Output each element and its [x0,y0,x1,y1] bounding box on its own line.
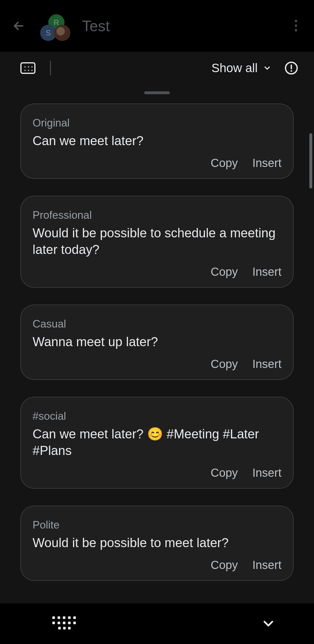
insert-button[interactable]: Insert [252,156,281,170]
panel-header: Show all [0,52,314,84]
divider [50,61,51,75]
collapse-keyboard-icon[interactable] [261,616,276,631]
svg-point-2 [290,70,292,72]
suggestions-list: Original Can we meet later? Copy Insert … [0,104,314,581]
scrollbar[interactable] [309,133,312,188]
suggestion-text: Can we meet later? 😊 #Meeting #Later #Pl… [33,426,281,459]
insert-button[interactable]: Insert [252,357,281,371]
dim-overlay [0,0,314,52]
chevron-down-icon [263,64,272,72]
suggestion-label: Professional [33,209,281,221]
suggestion-text: Would it be possible to meet later? [33,535,281,551]
copy-button[interactable]: Copy [211,558,238,572]
keyboard-bar [0,603,314,644]
copy-button[interactable]: Copy [211,265,238,278]
filter-label: Show all [211,61,258,75]
copy-button[interactable]: Copy [211,466,238,479]
alert-icon[interactable] [272,61,298,75]
copy-button[interactable]: Copy [211,156,238,170]
suggestion-card: Professional Would it be possible to sch… [20,196,294,288]
suggestion-label: Polite [33,519,281,531]
suggestion-card: Polite Would it be possible to meet late… [20,506,294,581]
insert-button[interactable]: Insert [252,466,281,479]
suggestion-label: Original [33,117,281,129]
filter-dropdown[interactable]: Show all [211,61,272,75]
insert-button[interactable]: Insert [252,558,281,572]
suggestion-text: Wanna meet up later? [33,334,281,350]
suggestion-card: #social Can we meet later? 😊 #Meeting #L… [20,397,294,489]
suggestion-text: Would it be possible to schedule a meeti… [33,225,281,258]
suggestion-label: #social [33,410,281,422]
suggestion-text: Can we meet later? [33,133,281,149]
suggestions-panel: Show all Original Can we meet later? Cop… [0,52,314,644]
copy-button[interactable]: Copy [211,357,238,371]
suggestion-card: Casual Wanna meet up later? Copy Insert [20,305,294,380]
keyboard-grid-icon[interactable] [52,616,76,631]
keyboard-icon[interactable] [20,62,35,74]
drag-handle[interactable] [144,91,170,94]
suggestion-card: Original Can we meet later? Copy Insert [20,104,294,179]
insert-button[interactable]: Insert [252,265,281,278]
suggestion-label: Casual [33,318,281,330]
